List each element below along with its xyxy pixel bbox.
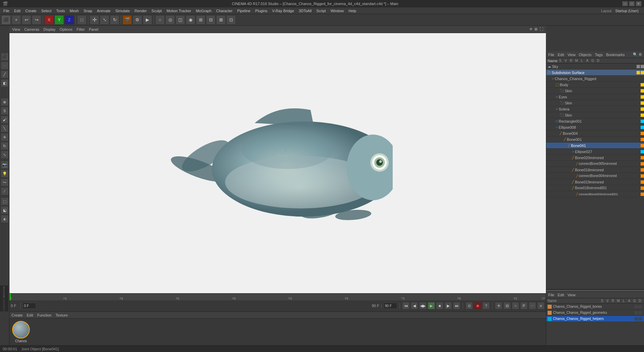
tool-redo[interactable]: ↪ (32, 15, 41, 25)
tree-item-bone004[interactable]: ╱ Bone004 (546, 130, 644, 136)
vp-menu-filter[interactable]: Filter (76, 27, 85, 31)
menu-3dtoall[interactable]: 3DToAll (297, 8, 314, 14)
tool-render-settings[interactable]: ⚙ (133, 15, 142, 25)
tree-item-bone041[interactable]: ╱ Bone041 (546, 143, 644, 149)
tool-soft-sel[interactable]: ◉ (186, 15, 195, 25)
tool-z-axis[interactable]: Z (65, 15, 74, 25)
menu-mesh[interactable]: Mesh (68, 8, 81, 14)
material-thumbnail[interactable] (12, 321, 30, 338)
menu-create[interactable]: Create (23, 8, 39, 14)
tree-item-chanos-rigged[interactable]: ○ Chanos_Chanos_Rigged (546, 76, 644, 82)
vp-menu-options[interactable]: Options (60, 27, 72, 31)
tool-brush[interactable]: S (1, 107, 9, 115)
tool-add[interactable]: + (12, 15, 21, 25)
tool-move[interactable]: ✛ (90, 15, 99, 25)
key-list[interactable]: ≡ (537, 302, 545, 309)
obj-menu-tags[interactable]: Tags (595, 53, 603, 57)
tree-item-bone020m[interactable]: ╱ Bone020mirrored (546, 155, 644, 161)
menu-render[interactable]: Render (133, 8, 149, 14)
tree-item-cb004m001[interactable]: ╱ connectBone004mirrored001 (546, 191, 644, 197)
key-p[interactable]: P (520, 302, 528, 309)
vp-menu-display[interactable]: Display (43, 27, 55, 31)
menu-pipeline[interactable]: Pipeline (235, 8, 252, 14)
menu-vray[interactable]: V-Ray Bridge (270, 8, 296, 14)
key-dots[interactable]: ⋯ (529, 302, 536, 309)
tool-undo[interactable]: ↩ (22, 15, 31, 25)
tool-rotate-lt[interactable]: ↻ (1, 142, 9, 150)
tree-item-eyes[interactable]: ○ Eyes (546, 94, 644, 100)
tool-knife[interactable]: ╲ (1, 124, 9, 132)
tool-texture[interactable]: ◫ (176, 15, 185, 25)
record-help-button[interactable]: ? (482, 302, 490, 309)
mat-menu-texture[interactable]: Texture (55, 313, 68, 317)
tool-scale[interactable]: ⤡ (100, 15, 109, 25)
tool-object-lt[interactable]: ⬛ (1, 53, 9, 61)
menu-snap[interactable]: Snap (82, 8, 94, 14)
minimize-button[interactable]: ─ (622, 1, 628, 6)
tree-item-bone001[interactable]: ╱ Bone001 (546, 136, 644, 143)
play-button[interactable]: ▶ (428, 302, 435, 309)
tree-item-body[interactable]: ⬚ Body (546, 82, 644, 88)
tree-item-skin2[interactable]: ⬛ Skin (546, 100, 644, 106)
menu-animate[interactable]: Animate (95, 8, 113, 14)
obj-settings-icon[interactable]: ⚙ (639, 52, 642, 57)
obj-menu-edit[interactable]: Edit (558, 53, 564, 57)
vp-icon-fullscreen[interactable]: ⛶ (539, 27, 543, 31)
vp-menu-cameras[interactable]: Cameras (24, 27, 40, 31)
record-button[interactable]: ⊙ (465, 302, 473, 309)
tree-item-bone019m[interactable]: ╱ Bone019mirrored (546, 179, 644, 185)
tool-sym[interactable]: ⊞ (196, 15, 205, 25)
mat-menu-edit[interactable]: Edit (27, 313, 33, 317)
frame-input[interactable] (23, 303, 36, 309)
tool-render[interactable]: 🎬 (122, 15, 132, 25)
menu-sculpt[interactable]: Sculpt (150, 8, 164, 14)
menu-character[interactable]: Character (214, 8, 234, 14)
key-sel[interactable]: ○ (512, 302, 519, 309)
next-frame-button[interactable]: ▶ (444, 302, 452, 309)
mat-menu-function[interactable]: Function (37, 313, 51, 317)
tool-paint[interactable]: 🖌 (1, 116, 9, 124)
tool-extra4[interactable]: ⬖ (1, 215, 9, 223)
menu-motion-tracker[interactable]: Motion Tracker (164, 8, 193, 14)
tool-rotate[interactable]: ↻ (110, 15, 119, 25)
close-button[interactable]: ✕ (636, 1, 641, 6)
tool-snap-lt[interactable]: ⊕ (1, 98, 9, 106)
max-frame-input[interactable] (384, 303, 397, 309)
prev-play-button[interactable]: ◀▶ (419, 302, 427, 309)
tree-item-skin1[interactable]: ⬛ Skin (546, 88, 644, 94)
tree-item-sky[interactable]: ☁ Sky (546, 64, 644, 70)
tree-item-ellipse008[interactable]: ○ Ellipse008 (546, 124, 644, 130)
menu-tools[interactable]: Tools (54, 8, 67, 14)
menu-help[interactable]: Help (347, 8, 359, 14)
layer-geometry[interactable]: Chanos_Chanos_Rigged_geometru (546, 310, 644, 316)
tool-extra3[interactable]: ⬕ (1, 206, 9, 214)
tool-extra2[interactable]: ⬚ (1, 197, 9, 205)
menu-select[interactable]: Select (39, 8, 54, 14)
tree-item-bone018m[interactable]: ╱ Bone018mirrored (546, 167, 644, 173)
menu-simulate[interactable]: Simulate (113, 8, 132, 14)
tool-polygons[interactable]: ◧ (1, 79, 9, 87)
tool-uvw[interactable] (1, 89, 9, 97)
vp-icon-move[interactable]: ✛ (529, 27, 532, 31)
tree-item-cb004m[interactable]: ╱ connectBone004mirrored (546, 173, 644, 179)
tree-item-skin3[interactable]: ⬛ Skin (546, 112, 644, 118)
tool-snap[interactable]: ⊠ (216, 15, 226, 25)
tool-edges[interactable]: ╱ (1, 70, 9, 78)
mat-menu-create[interactable]: Create (12, 313, 23, 317)
obj-search-icon[interactable]: 🔍 (633, 52, 638, 57)
tool-spline[interactable]: 〜 (1, 178, 9, 186)
viewport[interactable] (9, 33, 546, 293)
layer-menu-view[interactable]: View (568, 293, 576, 297)
key-del[interactable]: ⊟ (503, 302, 511, 309)
menu-file[interactable]: File (1, 8, 12, 14)
tool-grid[interactable]: ⊟ (206, 15, 215, 25)
timeline-ruler[interactable]: 0 10 20 30 40 50 60 70 80 90 1F (9, 294, 546, 300)
maximize-button[interactable]: □ (629, 1, 635, 6)
obj-menu-view[interactable]: View (568, 53, 576, 57)
obj-menu-file[interactable]: File (548, 53, 554, 57)
menu-plugins[interactable]: Plugins (253, 8, 269, 14)
material-item-chanos[interactable]: Chanos (12, 321, 30, 343)
key-add[interactable]: ✛ (495, 302, 502, 309)
tool-scale-lt[interactable]: ⤡ (1, 151, 9, 159)
tree-item-ellipse027[interactable]: ○ Ellipse027 (546, 149, 644, 155)
